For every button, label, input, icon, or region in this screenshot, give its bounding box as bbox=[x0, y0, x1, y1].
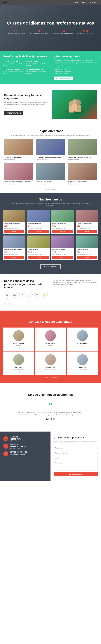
social-tw-2[interactable]: t bbox=[83, 347, 83, 348]
stat-courses: 50+ Cursos disponibles Calidad máxima bbox=[27, 28, 51, 36]
message-input[interactable] bbox=[54, 461, 98, 470]
offer-card-4: Formación en idiomas si amet ex rem vari… bbox=[34, 164, 66, 188]
course-7-button[interactable]: Leer más bbox=[77, 256, 97, 259]
training-icon: 💪 bbox=[26, 68, 28, 70]
nav-contact[interactable]: CONTACT bbox=[90, 2, 98, 3]
green-item-1-text: Sample text. Click to select. (Tex Text … bbox=[26, 63, 47, 66]
course-card-1: Aprendizaje en rrees $45 Lorem ipsum dol… bbox=[27, 210, 50, 234]
team-socials-2: f t bbox=[69, 347, 96, 348]
course-0-title: Inglés para principiantes bbox=[4, 223, 24, 224]
submit-button[interactable]: ENVIAR MENSAJE bbox=[54, 472, 98, 476]
trust-icon-6: ◎ bbox=[4, 299, 10, 305]
course-card-5: Clases privadas $22 Lorem ipsum dolor re… bbox=[27, 236, 50, 260]
trust-icon-1: 📖 bbox=[12, 292, 18, 298]
hero-stats: 10+ Años de experiencia en el sector 50+… bbox=[6, 28, 96, 36]
contact-email: ✉ CORREO ELECTRÓNICO hola@correo.com bbox=[3, 451, 47, 456]
contact-address: 📍 UBICACIÓN 10 Main St. Address New York… bbox=[3, 444, 47, 449]
next-arrow[interactable]: › bbox=[51, 422, 55, 426]
course-3-button[interactable]: Leer más bbox=[77, 230, 97, 233]
social-gp-3[interactable]: g+ bbox=[19, 371, 20, 372]
social-fb-5[interactable]: f bbox=[82, 371, 82, 372]
hero-title: Cursos de idiomas con profesores nativos bbox=[6, 20, 96, 26]
svg-rect-6 bbox=[72, 104, 77, 110]
list-item-2: Habla en varios idiomas. bbox=[54, 69, 98, 71]
more-info-button[interactable]: MÁS INFORMACIÓN bbox=[54, 76, 73, 80]
offer-card-5-title: Preparación para exámenes bbox=[68, 181, 97, 182]
courses-more-button[interactable]: MÁS INFORMACIÓN bbox=[40, 264, 61, 269]
course-5-button[interactable]: Leer más bbox=[28, 256, 49, 259]
green-item-0: 🏫 CLASES EN LÍNEA Sample text. Click to … bbox=[3, 61, 24, 66]
social-fb-4[interactable]: f bbox=[50, 371, 50, 372]
team-role-5: Profesor de Francés bbox=[69, 368, 96, 370]
offer-card-1: Cursos de inglés de larga duración si am… bbox=[34, 139, 66, 164]
green-grid: 🏫 CLASES EN LÍNEA Sample text. Click to … bbox=[3, 61, 47, 74]
social-tw-5[interactable]: t bbox=[83, 371, 83, 372]
team-name-0: Nat Reynolds bbox=[5, 342, 32, 344]
green-item-3: 💪 ENTRENAMIENTOS Sample text. Click to s… bbox=[26, 68, 47, 74]
course-0-button[interactable]: Leer más bbox=[4, 230, 24, 233]
course-card-3: Cursos de conversación $17 Lorem ipsum d… bbox=[76, 210, 98, 234]
course-7-price: $17 bbox=[77, 250, 97, 253]
course-body-7: Inglés para niños $17 Lorem ipsum dolor … bbox=[76, 248, 98, 260]
course-6-button[interactable]: Leer más bbox=[52, 256, 73, 259]
location-icon: 📍 bbox=[3, 444, 8, 449]
social-fb-3[interactable]: f bbox=[16, 371, 17, 372]
hero-section: Cursos de idiomas con profesores nativos… bbox=[0, 5, 101, 51]
trust-right: Cura quid sibi altera velint lorem ilium… bbox=[52, 279, 97, 286]
course-2-button[interactable]: Leer más bbox=[52, 230, 73, 233]
translate-icon: 🔄 bbox=[26, 61, 28, 62]
courses-grid: Inglés para principiantes $25 Lorem ipsu… bbox=[3, 210, 98, 260]
course-card-4: Preparación para exámenes $26 Lorem ipsu… bbox=[3, 236, 26, 260]
form-subject-field bbox=[54, 456, 98, 460]
social-gp-0[interactable]: g+ bbox=[19, 347, 20, 348]
course-4-button[interactable]: Leer más bbox=[4, 256, 24, 259]
email-input[interactable] bbox=[54, 451, 98, 455]
course-1-button[interactable]: Leer más bbox=[28, 230, 49, 233]
team-avatar-4 bbox=[45, 354, 56, 365]
subject-input[interactable] bbox=[54, 456, 98, 460]
testimonial-section: Lo que dicen nuestros alumnos ❝ Lorem ip… bbox=[0, 383, 101, 432]
social-tw-1[interactable]: t bbox=[50, 347, 50, 348]
social-tw-4[interactable]: t bbox=[51, 371, 51, 372]
nav-logo: logo bbox=[3, 1, 7, 4]
team-avatar-3 bbox=[13, 354, 24, 365]
team-avatar-0 bbox=[13, 330, 24, 341]
course-image-3 bbox=[76, 210, 98, 222]
contact-phone-info: LLAMANDO +34 555 7878 +34 555 7070 bbox=[10, 436, 20, 441]
form-message-field bbox=[54, 461, 98, 471]
offer-credit: Imagen de Freepik bbox=[0, 189, 101, 193]
offer-card-5-text: si amet ex rem variet bbox=[68, 183, 97, 185]
offer-card-3: Formación de idiomas para empresas si am… bbox=[3, 164, 34, 188]
nav-home[interactable]: HOME bbox=[74, 2, 79, 3]
team-card-3: Mia Parker Profesora de inglés f t g+ bbox=[3, 352, 34, 375]
social-fb-1[interactable]: f bbox=[49, 347, 49, 348]
course-1-title: Aprendizaje en rrees bbox=[28, 223, 49, 224]
course-body-6: Inmersión privadas $15 Lorem ipsum dolor… bbox=[51, 248, 74, 260]
course-image-5 bbox=[27, 236, 50, 248]
business-text: Nam semper nisi sed felis augue bibendum… bbox=[4, 102, 49, 106]
team-title: Conozca al equipo apasionado bbox=[6, 320, 96, 324]
business-right bbox=[52, 90, 97, 119]
social-fb-2[interactable]: f bbox=[82, 347, 82, 348]
svg-point-5 bbox=[72, 99, 77, 104]
trust-title: Con la confianza de las principales orga… bbox=[4, 279, 48, 289]
offer-card-3-text: si amet ex rem variet bbox=[4, 183, 33, 185]
course-5-title: Clases privadas bbox=[28, 249, 49, 250]
name-input[interactable] bbox=[54, 446, 98, 450]
social-tw-0[interactable]: t bbox=[18, 347, 18, 348]
social-fb-0[interactable]: f bbox=[16, 347, 17, 348]
social-o-1[interactable]: ○ bbox=[51, 347, 52, 348]
green-item-0-text: Sample text. Click to select. (Tex Text … bbox=[3, 63, 24, 66]
social-tw-3[interactable]: t bbox=[18, 371, 18, 372]
offer-section: Lo que ofrecemos Lorem ipsum dolor sit a… bbox=[0, 124, 101, 193]
footer-left: 📞 LLAMANDO +34 555 7878 +34 555 7070 📍 U… bbox=[0, 432, 50, 481]
team-socials-0: f t g+ bbox=[5, 347, 32, 348]
prev-arrow[interactable]: ‹ bbox=[46, 422, 50, 426]
team-avatar-1 bbox=[45, 330, 56, 341]
contact-phone: 📞 LLAMANDO +34 555 7878 +34 555 7070 bbox=[3, 436, 47, 441]
team-role-3: Profesora de inglés bbox=[5, 368, 32, 370]
business-button[interactable]: MÁS INFORMACIÓN bbox=[4, 111, 24, 115]
nav-about[interactable]: ABOUT bbox=[82, 2, 88, 3]
green-item-3-text: Sample text. Click to select. (Tex Text … bbox=[26, 71, 47, 74]
team-card-2: Jessie Roberts Garant f t bbox=[67, 328, 98, 351]
